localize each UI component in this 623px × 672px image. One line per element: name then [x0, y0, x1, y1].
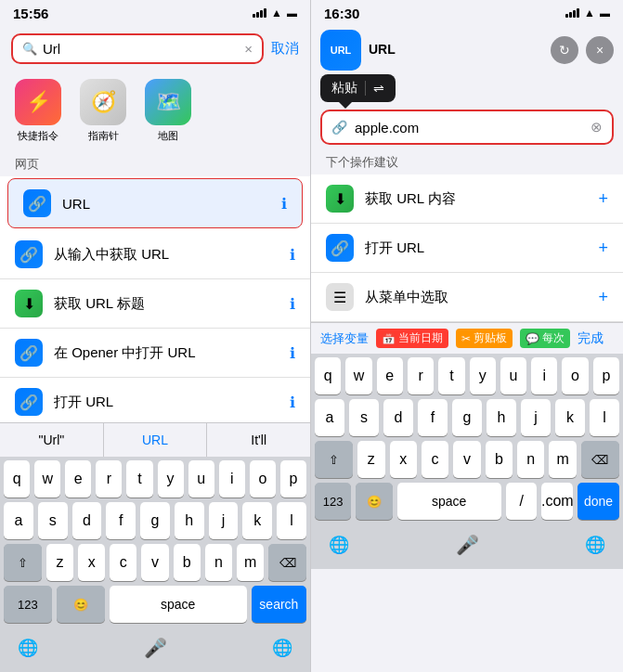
key-r[interactable]: r: [96, 460, 122, 498]
get-title-info[interactable]: ℹ: [290, 295, 295, 313]
result-item-url[interactable]: 🔗 URL ℹ: [7, 178, 303, 228]
right-key-l[interactable]: l: [590, 399, 619, 436]
right-key-s[interactable]: s: [349, 399, 379, 436]
result-item-opener-url[interactable]: 🔗 在 Opener 中打开 URL ℹ: [0, 329, 310, 378]
right-key-o[interactable]: o: [562, 357, 588, 394]
right-key-m[interactable]: m: [549, 441, 576, 478]
right-com-key[interactable]: .com: [541, 483, 573, 520]
globe-key2-left[interactable]: 🌐: [264, 629, 301, 666]
right-numbers-key[interactable]: 123: [315, 483, 351, 520]
extract-url-info[interactable]: ℹ: [290, 246, 295, 264]
right-space-key[interactable]: space: [397, 483, 501, 520]
autocomplete-url-upper[interactable]: URL: [104, 423, 208, 457]
right-key-j[interactable]: j: [521, 399, 551, 436]
right-key-x[interactable]: x: [390, 441, 417, 478]
key-g[interactable]: g: [140, 502, 170, 539]
right-shift-key[interactable]: ⇧: [315, 441, 353, 478]
right-key-q[interactable]: q: [315, 357, 341, 394]
key-o[interactable]: o: [250, 460, 276, 498]
key-m[interactable]: m: [237, 544, 264, 581]
right-key-u[interactable]: u: [500, 357, 526, 394]
key-d[interactable]: d: [72, 502, 102, 539]
shift-key[interactable]: ⇧: [4, 544, 42, 581]
right-key-b[interactable]: b: [486, 441, 513, 478]
right-delete-key[interactable]: ⌫: [581, 441, 619, 478]
done-item[interactable]: 完成: [578, 330, 604, 347]
search-input-wrapper[interactable]: 🔍 Url ×: [11, 33, 264, 64]
search-key[interactable]: search: [252, 586, 306, 623]
url-input[interactable]: apple.com: [355, 120, 583, 136]
key-z[interactable]: z: [46, 544, 73, 581]
key-x[interactable]: x: [78, 544, 105, 581]
shortcuts-app[interactable]: ⚡ 快捷指令: [15, 79, 61, 143]
paste-tooltip[interactable]: 粘贴 ⇌: [320, 74, 396, 102]
key-k[interactable]: k: [242, 502, 272, 539]
globe-key2-right[interactable]: 🌐: [577, 526, 614, 563]
key-b[interactable]: b: [174, 544, 201, 581]
key-e[interactable]: e: [65, 460, 91, 498]
mic-key-right[interactable]: 🎤: [448, 526, 486, 563]
autocomplete-itll[interactable]: It'll: [207, 423, 310, 457]
key-q[interactable]: q: [4, 460, 30, 498]
result-item-extract-url[interactable]: 🔗 从输入中获取 URL ℹ: [0, 230, 310, 279]
right-key-h[interactable]: h: [487, 399, 516, 436]
clipboard-badge[interactable]: ✂ 剪贴板: [456, 329, 513, 348]
right-done-key[interactable]: done: [578, 483, 619, 520]
opener-info[interactable]: ℹ: [290, 344, 295, 362]
right-key-y[interactable]: y: [470, 357, 496, 394]
right-key-r[interactable]: r: [408, 357, 434, 394]
right-key-g[interactable]: g: [452, 399, 482, 436]
numbers-key[interactable]: 123: [4, 586, 52, 623]
right-key-a[interactable]: a: [315, 399, 344, 436]
right-key-p[interactable]: p: [593, 357, 619, 394]
right-key-e[interactable]: e: [377, 357, 403, 394]
right-key-k[interactable]: k: [555, 399, 585, 436]
right-key-z[interactable]: z: [357, 441, 384, 478]
suggestion-open-url[interactable]: 🔗 打开 URL +: [311, 224, 623, 273]
key-v[interactable]: v: [141, 544, 168, 581]
key-s[interactable]: s: [38, 502, 68, 539]
key-y[interactable]: y: [158, 460, 184, 498]
clear-button[interactable]: ×: [244, 41, 253, 57]
key-c[interactable]: c: [110, 544, 136, 581]
result-item-open-url[interactable]: 🔗 打开 URL ℹ: [0, 378, 310, 422]
from-menu-plus[interactable]: +: [598, 288, 608, 307]
key-t[interactable]: t: [126, 460, 152, 498]
emoji-key[interactable]: 😊: [57, 586, 105, 623]
key-u[interactable]: u: [188, 460, 214, 498]
get-content-plus[interactable]: +: [598, 189, 608, 209]
suggestion-get-content[interactable]: ⬇ 获取 URL 内容 +: [311, 174, 623, 224]
open-url-info[interactable]: ℹ: [290, 394, 295, 411]
url-result-info-icon[interactable]: ℹ: [281, 195, 287, 213]
action-icon[interactable]: ↻: [551, 36, 578, 64]
right-key-n[interactable]: n: [517, 441, 544, 478]
globe-key-left[interactable]: 🌐: [9, 629, 46, 666]
url-input-row[interactable]: 🔗 apple.com ⊗: [320, 110, 614, 145]
key-h[interactable]: h: [175, 502, 204, 539]
right-key-d[interactable]: d: [383, 399, 413, 436]
autocomplete-url-lower[interactable]: "Url": [0, 423, 104, 457]
key-p[interactable]: p: [280, 460, 306, 498]
right-key-w[interactable]: w: [345, 357, 371, 394]
key-j[interactable]: j: [209, 502, 239, 539]
maps-app[interactable]: 🗺️ 地图: [145, 79, 191, 143]
key-w[interactable]: w: [34, 460, 60, 498]
right-key-t[interactable]: t: [438, 357, 464, 394]
close-button[interactable]: ×: [586, 36, 614, 64]
select-var-item[interactable]: 选择变量: [320, 330, 369, 347]
date-badge[interactable]: 📅 当前日期: [376, 329, 448, 348]
key-l[interactable]: l: [277, 502, 306, 539]
right-emoji-key[interactable]: 😊: [356, 483, 392, 520]
space-key[interactable]: space: [110, 586, 247, 623]
globe-key-right[interactable]: 🌐: [320, 526, 357, 563]
result-item-get-url-title[interactable]: ⬇ 获取 URL 标题 ℹ: [0, 279, 310, 329]
right-key-f[interactable]: f: [418, 399, 448, 436]
key-i[interactable]: i: [219, 460, 245, 498]
open-url-plus[interactable]: +: [598, 239, 608, 258]
cancel-button[interactable]: 取消: [271, 40, 299, 58]
key-n[interactable]: n: [205, 544, 232, 581]
right-key-i[interactable]: i: [531, 357, 557, 394]
suggestion-from-menu[interactable]: ☰ 从菜单中选取 +: [311, 273, 623, 322]
key-f[interactable]: f: [106, 502, 136, 539]
right-key-v[interactable]: v: [453, 441, 480, 478]
